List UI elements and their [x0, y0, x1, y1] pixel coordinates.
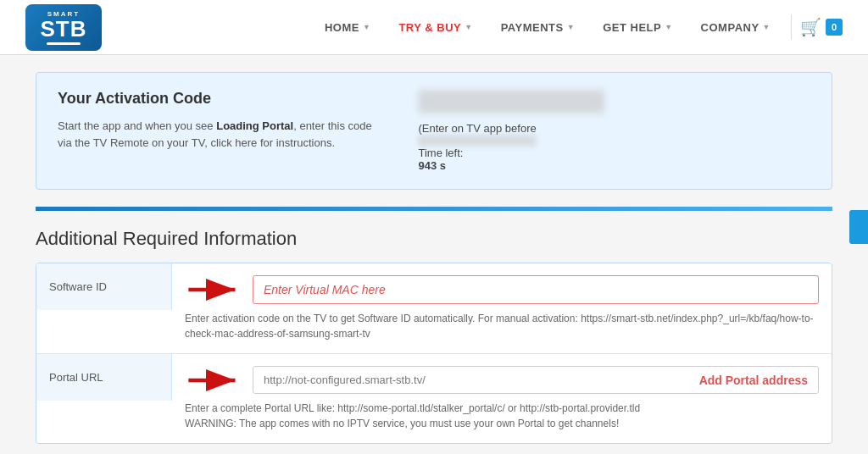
- portal-url-label: Portal URL: [36, 354, 172, 401]
- nav-get-help-arrow: ▼: [665, 23, 672, 31]
- software-id-content: Enter activation code on the TV to get S…: [172, 263, 832, 353]
- software-id-arrow-icon: [185, 277, 244, 302]
- cart-badge: 0: [826, 19, 843, 36]
- time-left-value: 943 s: [418, 159, 446, 172]
- additional-title: Additional Required Information: [36, 228, 832, 250]
- portal-url-arrow-icon: [185, 368, 244, 393]
- portal-input-wrap: Add Portal address: [185, 366, 819, 394]
- cart-button[interactable]: 🛒 0: [800, 17, 843, 37]
- software-id-label: Software ID: [36, 263, 172, 310]
- logo-box: SMART STB: [25, 4, 102, 51]
- nav-company[interactable]: COMPANY ▼: [689, 14, 782, 41]
- portal-url-input[interactable]: [253, 367, 689, 393]
- portal-url-row: Portal URL Add Portal address: [36, 354, 832, 443]
- expiry-blur: [418, 135, 537, 147]
- activation-code-blurred: [418, 90, 604, 114]
- activation-info: (Enter on TV app before Time left: 943 s: [418, 122, 810, 172]
- portal-url-hint: Enter a complete Portal URL like: http:/…: [185, 401, 819, 431]
- activation-left: Your Activation Code Start the app and w…: [58, 90, 384, 151]
- nav-payments[interactable]: PAYMENTS ▼: [489, 14, 587, 41]
- software-id-row: Software ID Enter activation code on: [36, 263, 832, 354]
- main-nav: HOME ▼ TRY & BUY ▼ PAYMENTS ▼ GET HELP ▼…: [313, 14, 843, 41]
- portal-input-row: Add Portal address: [253, 366, 819, 394]
- activation-title: Your Activation Code: [58, 90, 384, 108]
- software-id-input-wrap: [185, 275, 819, 304]
- blue-bar: [36, 207, 832, 211]
- nav-divider: [791, 14, 792, 40]
- portal-url-content: Add Portal address Enter a complete Port…: [172, 354, 832, 443]
- nav-try-buy-arrow: ▼: [465, 23, 472, 31]
- software-id-input[interactable]: [253, 275, 819, 304]
- nav-home-arrow: ▼: [363, 23, 370, 31]
- activation-right: (Enter on TV app before Time left: 943 s: [418, 90, 810, 172]
- main-content: Your Activation Code Start the app and w…: [19, 55, 849, 454]
- activation-section: Your Activation Code Start the app and w…: [36, 72, 832, 190]
- nav-payments-arrow: ▼: [567, 23, 575, 31]
- logo[interactable]: SMART STB: [25, 4, 102, 51]
- software-id-hint: Enter activation code on the TV to get S…: [185, 311, 819, 341]
- right-sidebar-hint[interactable]: [849, 210, 868, 244]
- activation-description: Start the app and when you see Loading P…: [58, 118, 384, 151]
- nav-try-buy[interactable]: TRY & BUY ▼: [387, 14, 484, 41]
- nav-home[interactable]: HOME ▼: [313, 14, 382, 41]
- logo-line: [47, 42, 81, 45]
- cart-icon: 🛒: [800, 17, 821, 37]
- add-portal-link[interactable]: Add Portal address: [689, 374, 818, 387]
- nav-company-arrow: ▼: [763, 23, 771, 31]
- info-box: Software ID Enter activation code on: [36, 263, 832, 444]
- logo-stb-text: STB: [41, 18, 87, 40]
- nav-get-help[interactable]: GET HELP ▼: [591, 14, 684, 41]
- header: SMART STB HOME ▼ TRY & BUY ▼ PAYMENTS ▼ …: [0, 0, 868, 55]
